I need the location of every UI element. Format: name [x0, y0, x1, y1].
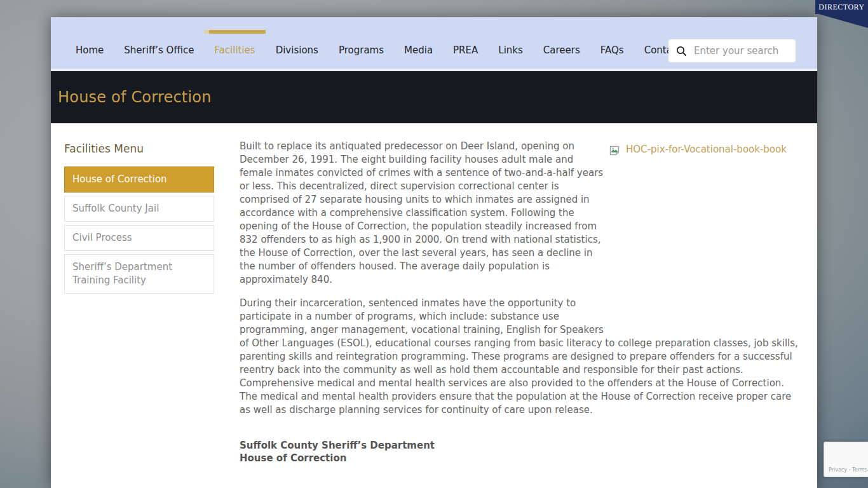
directory-ribbon[interactable]: DIRECTORY [815, 0, 868, 14]
nav-item-facilities[interactable]: Facilities [212, 41, 257, 60]
nav-item-prea[interactable]: PREA [451, 41, 480, 60]
search-box[interactable] [668, 39, 796, 62]
nav-item-faqs[interactable]: FAQs [599, 41, 626, 60]
browser-page: Home Sheriff’s Office Facilities Divisio… [51, 17, 817, 488]
nav-item-sheriffs-office[interactable]: Sheriff’s Office [122, 41, 196, 60]
broken-image-alt-text: HOC-pix-for-Vocational-book-book [626, 143, 787, 156]
sidebar-item-civil-process[interactable]: Civil Process [64, 225, 214, 251]
nav-item-home[interactable]: Home [74, 41, 105, 60]
address-line-department: Suffolk County Sheriff’s Department [240, 439, 800, 452]
nav-item-careers[interactable]: Careers [541, 41, 582, 60]
desktop-background: Home Sheriff’s Office Facilities Divisio… [0, 0, 868, 488]
page-header: House of Correction [51, 71, 817, 123]
search-icon [676, 46, 687, 57]
facilities-sidebar: Facilities Menu House of Correction Suff… [64, 140, 214, 464]
recaptcha-badge[interactable]: Privacy - Terms [824, 442, 868, 477]
directory-ribbon-tail [818, 14, 868, 28]
recaptcha-privacy-terms[interactable]: Privacy - Terms [829, 467, 867, 473]
search-input[interactable] [693, 44, 789, 57]
page-title: House of Correction [58, 88, 212, 106]
broken-image-icon [609, 146, 621, 158]
nav-item-divisions[interactable]: Divisions [274, 41, 320, 60]
sidebar-item-house-of-correction[interactable]: House of Correction [64, 166, 214, 193]
nav-item-links[interactable]: Links [496, 41, 525, 60]
sidebar-title: Facilities Menu [64, 142, 214, 155]
main-navbar: Home Sheriff’s Office Facilities Divisio… [51, 17, 817, 69]
sidebar-item-suffolk-county-jail[interactable]: Suffolk County Jail [64, 196, 214, 222]
content-area: Facilities Menu House of Correction Suff… [51, 123, 817, 464]
sidebar-item-training-facility[interactable]: Sheriff’s Department Training Facility [64, 254, 214, 294]
broken-image-placeholder: HOC-pix-for-Vocational-book-book [609, 141, 800, 330]
nav-item-media[interactable]: Media [402, 41, 435, 60]
address-block: Suffolk County Sheriff’s Department Hous… [240, 439, 800, 464]
article-body: HOC-pix-for-Vocational-book-book Built t… [240, 140, 800, 464]
nav-item-programs[interactable]: Programs [337, 41, 386, 60]
address-line-facility: House of Correction [240, 452, 800, 464]
